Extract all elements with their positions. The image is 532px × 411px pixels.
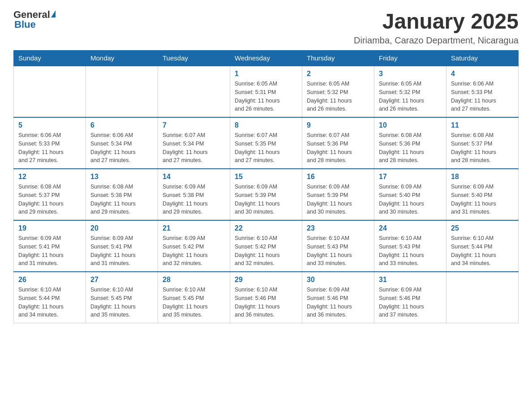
calendar-cell: 9Sunrise: 6:07 AM Sunset: 5:36 PM Daylig… — [302, 117, 374, 169]
day-number: 2 — [307, 70, 369, 78]
day-info: Sunrise: 6:10 AM Sunset: 5:44 PM Dayligh… — [18, 286, 81, 319]
day-number: 31 — [379, 276, 442, 284]
day-number: 16 — [307, 173, 369, 181]
day-number: 12 — [18, 173, 81, 181]
calendar-cell: 3Sunrise: 6:05 AM Sunset: 5:32 PM Daylig… — [374, 66, 446, 117]
day-number: 14 — [163, 173, 225, 181]
day-info: Sunrise: 6:06 AM Sunset: 5:34 PM Dayligh… — [90, 131, 153, 165]
logo: General Blue — [13, 9, 56, 30]
day-number: 6 — [90, 121, 153, 129]
day-info: Sunrise: 6:05 AM Sunset: 5:32 PM Dayligh… — [307, 80, 369, 113]
day-number: 13 — [90, 173, 153, 181]
day-number: 21 — [163, 224, 225, 232]
calendar-cell: 27Sunrise: 6:10 AM Sunset: 5:45 PM Dayli… — [86, 272, 158, 323]
day-header-friday: Friday — [374, 51, 446, 66]
day-info: Sunrise: 6:09 AM Sunset: 5:42 PM Dayligh… — [163, 234, 225, 268]
day-number: 7 — [163, 121, 225, 129]
day-info: Sunrise: 6:07 AM Sunset: 5:35 PM Dayligh… — [235, 131, 297, 165]
day-number: 17 — [379, 173, 442, 181]
day-info: Sunrise: 6:09 AM Sunset: 5:46 PM Dayligh… — [307, 286, 369, 319]
day-info: Sunrise: 6:09 AM Sunset: 5:40 PM Dayligh… — [379, 183, 442, 216]
calendar-cell: 5Sunrise: 6:06 AM Sunset: 5:33 PM Daylig… — [14, 117, 86, 169]
day-info: Sunrise: 6:10 AM Sunset: 5:43 PM Dayligh… — [307, 234, 369, 268]
day-number: 8 — [235, 121, 297, 129]
day-number: 1 — [235, 70, 297, 78]
calendar-cell: 26Sunrise: 6:10 AM Sunset: 5:44 PM Dayli… — [14, 272, 86, 323]
calendar-cell: 1Sunrise: 6:05 AM Sunset: 5:31 PM Daylig… — [230, 66, 302, 117]
day-header-thursday: Thursday — [302, 51, 374, 66]
day-info: Sunrise: 6:10 AM Sunset: 5:43 PM Dayligh… — [379, 234, 442, 268]
day-header-sunday: Sunday — [14, 51, 86, 66]
calendar-cell: 13Sunrise: 6:08 AM Sunset: 5:38 PM Dayli… — [86, 169, 158, 220]
calendar-week-2: 5Sunrise: 6:06 AM Sunset: 5:33 PM Daylig… — [14, 117, 519, 169]
day-info: Sunrise: 6:09 AM Sunset: 5:39 PM Dayligh… — [235, 183, 297, 216]
calendar-cell — [14, 66, 86, 117]
calendar-cell — [158, 66, 230, 117]
day-header-saturday: Saturday — [446, 51, 519, 66]
day-info: Sunrise: 6:10 AM Sunset: 5:46 PM Dayligh… — [235, 286, 297, 319]
day-info: Sunrise: 6:10 AM Sunset: 5:42 PM Dayligh… — [235, 234, 297, 268]
day-info: Sunrise: 6:06 AM Sunset: 5:33 PM Dayligh… — [451, 80, 514, 113]
day-number: 11 — [451, 121, 514, 129]
day-info: Sunrise: 6:06 AM Sunset: 5:33 PM Dayligh… — [18, 131, 81, 165]
calendar-cell: 15Sunrise: 6:09 AM Sunset: 5:39 PM Dayli… — [230, 169, 302, 220]
calendar-cell: 16Sunrise: 6:09 AM Sunset: 5:39 PM Dayli… — [302, 169, 374, 220]
day-number: 4 — [451, 70, 514, 78]
calendar-cell: 4Sunrise: 6:06 AM Sunset: 5:33 PM Daylig… — [446, 66, 519, 117]
day-info: Sunrise: 6:10 AM Sunset: 5:45 PM Dayligh… — [90, 286, 153, 319]
calendar-cell: 22Sunrise: 6:10 AM Sunset: 5:42 PM Dayli… — [230, 220, 302, 272]
calendar-cell: 7Sunrise: 6:07 AM Sunset: 5:34 PM Daylig… — [158, 117, 230, 169]
calendar-cell: 29Sunrise: 6:10 AM Sunset: 5:46 PM Dayli… — [230, 272, 302, 323]
day-info: Sunrise: 6:09 AM Sunset: 5:40 PM Dayligh… — [451, 183, 514, 216]
day-info: Sunrise: 6:08 AM Sunset: 5:36 PM Dayligh… — [379, 131, 442, 165]
day-number: 22 — [235, 224, 297, 232]
calendar-week-4: 19Sunrise: 6:09 AM Sunset: 5:41 PM Dayli… — [14, 220, 519, 272]
calendar-cell: 28Sunrise: 6:10 AM Sunset: 5:45 PM Dayli… — [158, 272, 230, 323]
day-number: 25 — [451, 224, 514, 232]
day-number: 24 — [379, 224, 442, 232]
calendar-cell: 24Sunrise: 6:10 AM Sunset: 5:43 PM Dayli… — [374, 220, 446, 272]
calendar-week-3: 12Sunrise: 6:08 AM Sunset: 5:37 PM Dayli… — [14, 169, 519, 220]
day-number: 23 — [307, 224, 369, 232]
day-number: 9 — [307, 121, 369, 129]
calendar-cell: 8Sunrise: 6:07 AM Sunset: 5:35 PM Daylig… — [230, 117, 302, 169]
day-number: 20 — [90, 224, 153, 232]
calendar-week-1: 1Sunrise: 6:05 AM Sunset: 5:31 PM Daylig… — [14, 66, 519, 117]
title-section: January 2025 Diriamba, Carazo Department… — [354, 9, 519, 46]
calendar-cell: 25Sunrise: 6:10 AM Sunset: 5:44 PM Dayli… — [446, 220, 519, 272]
day-info: Sunrise: 6:09 AM Sunset: 5:39 PM Dayligh… — [307, 183, 369, 216]
calendar-cell: 19Sunrise: 6:09 AM Sunset: 5:41 PM Dayli… — [14, 220, 86, 272]
day-number: 30 — [307, 276, 369, 284]
calendar-cell: 21Sunrise: 6:09 AM Sunset: 5:42 PM Dayli… — [158, 220, 230, 272]
day-number: 3 — [379, 70, 442, 78]
day-info: Sunrise: 6:10 AM Sunset: 5:44 PM Dayligh… — [451, 234, 514, 268]
day-number: 18 — [451, 173, 514, 181]
calendar-table: SundayMondayTuesdayWednesdayThursdayFrid… — [13, 50, 519, 323]
calendar-cell: 10Sunrise: 6:08 AM Sunset: 5:36 PM Dayli… — [374, 117, 446, 169]
calendar-cell: 23Sunrise: 6:10 AM Sunset: 5:43 PM Dayli… — [302, 220, 374, 272]
calendar-cell: 18Sunrise: 6:09 AM Sunset: 5:40 PM Dayli… — [446, 169, 519, 220]
day-number: 29 — [235, 276, 297, 284]
day-number: 15 — [235, 173, 297, 181]
day-header-monday: Monday — [86, 51, 158, 66]
calendar-cell: 17Sunrise: 6:09 AM Sunset: 5:40 PM Dayli… — [374, 169, 446, 220]
logo-blue: Blue — [14, 19, 36, 30]
day-info: Sunrise: 6:09 AM Sunset: 5:46 PM Dayligh… — [379, 286, 442, 319]
calendar-cell: 11Sunrise: 6:08 AM Sunset: 5:37 PM Dayli… — [446, 117, 519, 169]
day-info: Sunrise: 6:09 AM Sunset: 5:41 PM Dayligh… — [90, 234, 153, 268]
calendar-cell: 2Sunrise: 6:05 AM Sunset: 5:32 PM Daylig… — [302, 66, 374, 117]
day-header-wednesday: Wednesday — [230, 51, 302, 66]
calendar-cell: 31Sunrise: 6:09 AM Sunset: 5:46 PM Dayli… — [374, 272, 446, 323]
calendar-cell: 30Sunrise: 6:09 AM Sunset: 5:46 PM Dayli… — [302, 272, 374, 323]
day-number: 27 — [90, 276, 153, 284]
calendar-cell: 6Sunrise: 6:06 AM Sunset: 5:34 PM Daylig… — [86, 117, 158, 169]
day-info: Sunrise: 6:07 AM Sunset: 5:34 PM Dayligh… — [163, 131, 225, 165]
day-info: Sunrise: 6:08 AM Sunset: 5:37 PM Dayligh… — [451, 131, 514, 165]
day-info: Sunrise: 6:09 AM Sunset: 5:38 PM Dayligh… — [163, 183, 225, 216]
calendar-cell: 20Sunrise: 6:09 AM Sunset: 5:41 PM Dayli… — [86, 220, 158, 272]
day-number: 26 — [18, 276, 81, 284]
calendar-cell — [446, 272, 519, 323]
day-info: Sunrise: 6:09 AM Sunset: 5:41 PM Dayligh… — [18, 234, 81, 268]
day-info: Sunrise: 6:07 AM Sunset: 5:36 PM Dayligh… — [307, 131, 369, 165]
day-info: Sunrise: 6:05 AM Sunset: 5:32 PM Dayligh… — [379, 80, 442, 113]
